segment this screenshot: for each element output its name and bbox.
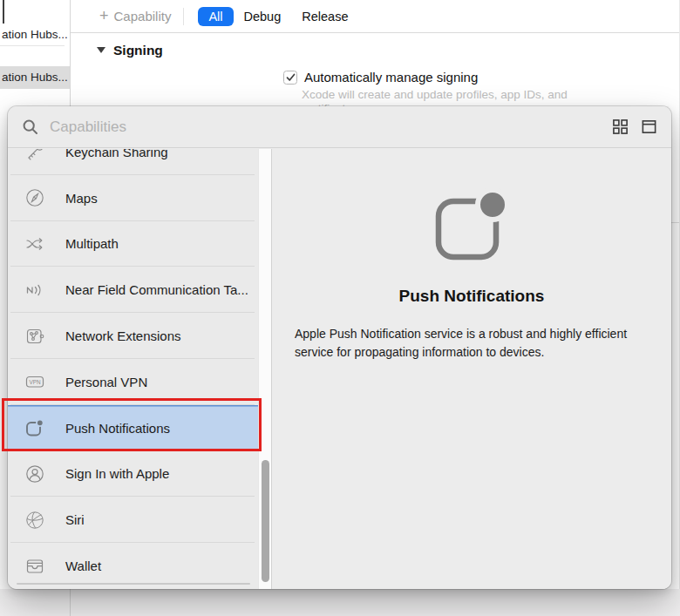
capability-detail-title: Push Notifications <box>399 287 545 306</box>
scrollbar-thumb[interactable] <box>262 460 269 582</box>
capability-label: Multipath <box>65 236 119 251</box>
add-capability-label: Capability <box>114 9 172 24</box>
background-bottom-area <box>0 589 680 616</box>
capability-row-multipath[interactable]: Multipath <box>8 221 258 267</box>
signing-note-line1: Xcode will create and update profiles, a… <box>302 88 568 101</box>
capability-label: Wallet <box>65 558 101 573</box>
capability-search-bar <box>8 106 671 148</box>
capability-search-input[interactable] <box>48 118 418 137</box>
auto-manage-signing-checkbox[interactable] <box>283 71 297 85</box>
capability-label: Personal VPN <box>65 375 147 389</box>
add-capability-button[interactable]: + Capability <box>99 9 171 24</box>
xcode-capability-picker-screen: ation Hubs... ation Hubs... + Capability… <box>0 0 680 616</box>
capability-label: Maps <box>65 191 98 206</box>
detail-view-icon[interactable] <box>641 118 657 135</box>
push-notifications-icon <box>22 416 48 440</box>
toolbar-separator <box>183 8 184 25</box>
capability-detail-pane: Push Notifications Apple Push Notificati… <box>271 149 671 589</box>
horizontal-scrollbar-thumb[interactable] <box>17 583 250 585</box>
svg-text:VPN: VPN <box>29 379 41 385</box>
capability-label: Keychain Sharing <box>65 149 168 159</box>
siri-icon <box>22 509 48 531</box>
capability-row-network-extensions[interactable]: Network Extensions <box>8 313 258 359</box>
capability-row-keychain-sharing[interactable]: Keychain Sharing <box>8 149 258 175</box>
segment-release[interactable]: Release <box>291 7 358 26</box>
disclosure-triangle-icon[interactable] <box>97 47 105 53</box>
vertical-scrollbar[interactable] <box>258 149 271 589</box>
sidebar-item-notification-hubs[interactable]: ation Hubs... <box>0 24 70 46</box>
capability-row-sign-in-with-apple[interactable]: Sign In with Apple <box>8 451 258 498</box>
capability-label: Near Field Communication Ta... <box>65 282 248 297</box>
window-edge-mark <box>3 0 4 24</box>
wallet-icon <box>22 555 48 578</box>
search-icon <box>22 118 39 136</box>
capability-row-maps[interactable]: Maps <box>8 175 258 221</box>
capability-row-push-notifications[interactable]: Push Notifications <box>8 405 258 451</box>
grid-view-icon[interactable] <box>612 118 629 135</box>
capabilities-toolbar: + Capability All Debug Release <box>71 0 680 33</box>
network-extensions-icon <box>22 325 48 348</box>
plus-icon: + <box>99 10 109 23</box>
sidebar-divider <box>0 45 65 46</box>
push-notifications-large-icon <box>430 187 513 264</box>
sign-in-apple-icon <box>22 463 48 485</box>
keychain-icon <box>22 149 48 163</box>
capability-label: Push Notifications <box>65 421 170 436</box>
build-config-segmented-control: All Debug Release <box>198 7 358 26</box>
checkmark-icon <box>286 73 296 82</box>
capability-list: Keychain Sharing Maps <box>8 149 271 589</box>
capability-row-siri[interactable]: Siri <box>8 497 258 543</box>
multipath-icon <box>22 233 48 255</box>
capability-row-personal-vpn[interactable]: VPN Personal VPN <box>8 359 258 405</box>
capability-detail-description: Apple Push Notification service is a rob… <box>295 325 643 362</box>
capability-picker-popup: Keychain Sharing Maps <box>8 106 671 589</box>
capability-label: Siri <box>65 512 85 527</box>
view-mode-buttons <box>612 118 657 135</box>
nfc-icon <box>22 279 48 301</box>
capability-label: Sign In with Apple <box>65 466 169 481</box>
capability-row-nfc[interactable]: Near Field Communication Ta... <box>8 267 258 313</box>
segment-debug[interactable]: Debug <box>234 7 292 26</box>
auto-manage-signing-label: Automatically manage signing <box>304 70 478 85</box>
maps-compass-icon <box>22 186 48 209</box>
capability-label: Network Extensions <box>65 328 181 343</box>
vpn-icon: VPN <box>22 370 48 393</box>
segment-all[interactable]: All <box>198 7 233 26</box>
sidebar-divider-continuation <box>70 589 71 616</box>
signing-section-title: Signing <box>113 43 163 58</box>
sidebar-item-notification-hubs-selected[interactable]: ation Hubs... <box>0 66 70 89</box>
capability-picker-body: Keychain Sharing Maps <box>8 149 671 589</box>
